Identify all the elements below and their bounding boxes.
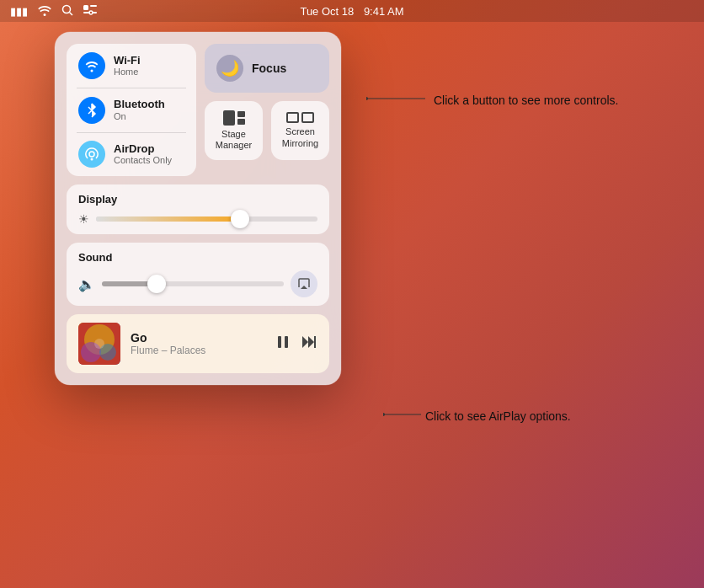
svg-point-0: [63, 5, 71, 13]
menubar: ▮▮▮ Tue Oct 18 9:41 AM: [0, 0, 704, 22]
battery-icon: ▮▮▮: [10, 5, 28, 18]
svg-point-24: [383, 413, 385, 416]
menubar-left: ▮▮▮: [10, 4, 97, 19]
wifi-icon-bg: [78, 52, 105, 79]
svg-rect-17: [285, 336, 288, 348]
annotation-airplay: Click to see AirPlay options.: [383, 409, 571, 436]
svg-rect-2: [83, 5, 88, 10]
focus-icon: 🌙: [216, 55, 243, 82]
music-artist: Flume – Palaces: [131, 345, 265, 356]
menubar-datetime: Tue Oct 18 9:41 AM: [300, 5, 403, 18]
annotation-button: Click a button to see more controls.: [366, 93, 618, 120]
svg-point-15: [94, 339, 104, 349]
control-center-menubar-icon[interactable]: [83, 5, 97, 18]
sound-label: Sound: [78, 251, 317, 264]
screen-mirroring-tile[interactable]: ScreenMirroring: [271, 101, 329, 160]
svg-point-9: [89, 152, 94, 157]
wifi-subtitle: Home: [114, 67, 141, 78]
wifi-text: Wi-Fi Home: [114, 54, 141, 78]
svg-line-8: [88, 110, 92, 114]
stage-manager-tile[interactable]: StageManager: [205, 101, 263, 160]
airdrop-subtitle: Contacts Only: [114, 155, 172, 166]
music-title: Go: [131, 331, 265, 345]
focus-title: Focus: [252, 61, 286, 75]
network-panel: Wi-Fi Home Bluetooth: [67, 44, 196, 176]
airplay-annotation-text: Click to see AirPlay options.: [425, 409, 571, 425]
bluetooth-title: Bluetooth: [114, 98, 165, 111]
airdrop-text: AirDrop Contacts Only: [114, 142, 172, 167]
wifi-title: Wi-Fi: [114, 54, 141, 67]
pause-button[interactable]: [275, 334, 291, 354]
airdrop-icon-bg: [78, 141, 105, 168]
music-controls: [275, 334, 317, 354]
svg-point-6: [89, 11, 93, 14]
stage-manager-label: StageManager: [216, 129, 252, 151]
album-art: [78, 323, 120, 365]
airdrop-title: AirDrop: [114, 142, 172, 156]
display-slider-row: ☀: [78, 212, 317, 226]
brightness-icon: ☀: [78, 212, 89, 226]
top-section: Wi-Fi Home Bluetooth: [67, 44, 329, 176]
sound-slider-thumb[interactable]: [147, 275, 166, 293]
display-slider-thumb[interactable]: [231, 210, 249, 228]
svg-rect-20: [314, 336, 316, 348]
svg-point-10: [91, 158, 93, 161]
stage-manager-icon: [223, 110, 245, 126]
svg-rect-16: [278, 336, 281, 348]
bluetooth-text: Bluetooth On: [114, 98, 165, 122]
bluetooth-subtitle: On: [114, 111, 165, 122]
display-slider-fill: [96, 216, 240, 222]
volume-icon: 🔈: [78, 276, 95, 292]
right-column: 🌙 Focus StageManager: [205, 44, 329, 176]
menubar-date: Tue Oct 18: [300, 5, 354, 18]
display-section: Display ☀: [67, 184, 329, 234]
focus-tile[interactable]: 🌙 Focus: [205, 44, 329, 93]
display-label: Display: [78, 193, 317, 206]
airdrop-item[interactable]: AirDrop Contacts Only: [78, 141, 184, 168]
search-menubar-icon[interactable]: [61, 4, 73, 19]
screen-mirroring-icon: [286, 112, 314, 123]
menubar-time: 9:41 AM: [364, 5, 404, 18]
sound-slider-row: 🔈: [78, 270, 317, 297]
airplay-button[interactable]: [291, 270, 317, 297]
music-section: Go Flume – Palaces: [67, 314, 329, 373]
divider-2: [77, 132, 186, 133]
wifi-menubar-icon: [38, 4, 51, 19]
tiles-row: StageManager ScreenMirroring: [205, 101, 329, 160]
svg-rect-3: [90, 5, 97, 7]
screen-mirroring-label: ScreenMirroring: [282, 126, 318, 148]
sound-section: Sound 🔈: [67, 243, 329, 306]
button-annotation-text: Click a button to see more controls.: [434, 93, 618, 110]
svg-point-22: [366, 97, 368, 100]
sound-slider-track[interactable]: [102, 281, 284, 286]
divider-1: [77, 88, 186, 88]
bluetooth-item[interactable]: Bluetooth On: [78, 97, 184, 124]
album-art-image: [78, 323, 120, 365]
skip-forward-button[interactable]: [301, 334, 317, 353]
music-info: Go Flume – Palaces: [131, 331, 265, 356]
svg-marker-18: [302, 336, 308, 348]
svg-marker-19: [308, 336, 314, 348]
bluetooth-icon-bg: [78, 97, 105, 124]
control-center-panel: Wi-Fi Home Bluetooth: [55, 32, 341, 385]
wifi-item[interactable]: Wi-Fi Home: [78, 52, 184, 79]
svg-line-1: [70, 12, 73, 15]
display-slider-track[interactable]: [96, 216, 317, 222]
